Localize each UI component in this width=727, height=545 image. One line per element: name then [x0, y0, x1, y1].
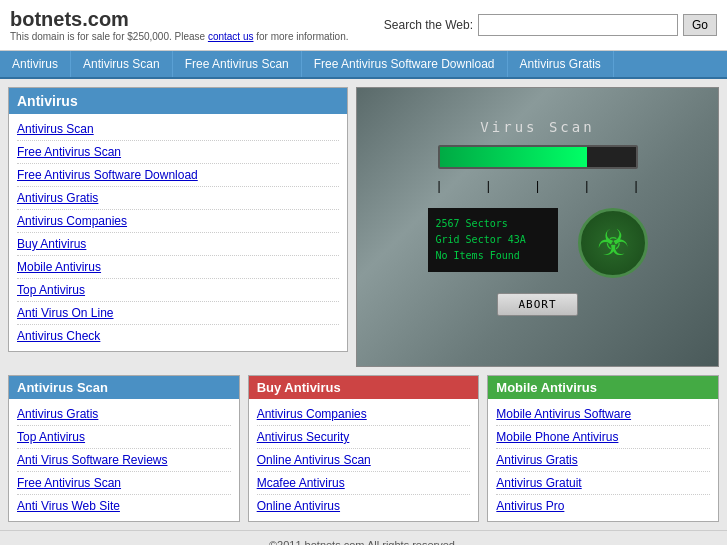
nav-item-antivirus[interactable]: Antivirus [0, 51, 71, 77]
antivirus-link-anti-virus-on-line[interactable]: Anti Virus On Line [17, 302, 339, 325]
antivirus-box-header: Antivirus [9, 88, 347, 114]
antivirus-link-antivirus-check[interactable]: Antivirus Check [17, 325, 339, 347]
bottom-link-mcafee-antivirus[interactable]: Mcafee Antivirus [257, 472, 471, 495]
footer-text: ©2011 botnets.com All rights reserved. [269, 539, 458, 545]
abort-button: ABORT [497, 293, 577, 316]
bottom-link-mobile-antivirus-software[interactable]: Mobile Antivirus Software [496, 403, 710, 426]
antivirus-link-antivirus-scan[interactable]: Antivirus Scan [17, 118, 339, 141]
search-go-button[interactable]: Go [683, 14, 717, 36]
bottom-box-links: Mobile Antivirus SoftwareMobile Phone An… [488, 399, 718, 521]
antivirus-box-title: Antivirus [17, 93, 78, 109]
bottom-link-antivirus-gratis[interactable]: Antivirus Gratis [17, 403, 231, 426]
sale-text: This domain is for sale for $250,000. Pl… [10, 31, 205, 42]
antivirus-link-top-antivirus[interactable]: Top Antivirus [17, 279, 339, 302]
bottom-link-online-antivirus-scan[interactable]: Online Antivirus Scan [257, 449, 471, 472]
search-area: Search the Web: Go [384, 14, 717, 36]
antivirus-link-antivirus-gratis[interactable]: Antivirus Gratis [17, 187, 339, 210]
bottom-link-anti-virus-software-reviews[interactable]: Anti Virus Software Reviews [17, 449, 231, 472]
bottom-link-anti-virus-web-site[interactable]: Anti Virus Web Site [17, 495, 231, 517]
scan-screen: 2567 SectorsGrid Sector 43ANo Items Foun… [428, 208, 558, 272]
scan-bar-fill [440, 147, 587, 167]
site-title: botnets.com [10, 8, 349, 31]
biohazard-icon: ☣ [578, 208, 648, 278]
antivirus-link-mobile-antivirus[interactable]: Mobile Antivirus [17, 256, 339, 279]
antivirus-link-free-antivirus-scan[interactable]: Free Antivirus Scan [17, 141, 339, 164]
bottom-link-antivirus-security[interactable]: Antivirus Security [257, 426, 471, 449]
bottom-panels: Antivirus ScanAntivirus GratisTop Antivi… [0, 375, 727, 530]
bottom-link-antivirus-pro[interactable]: Antivirus Pro [496, 495, 710, 517]
left-panel: Antivirus Antivirus ScanFree Antivirus S… [8, 87, 348, 367]
bottom-box-header: Antivirus Scan [9, 376, 239, 399]
scan-bottom: 2567 SectorsGrid Sector 43ANo Items Foun… [428, 208, 648, 278]
contact-link[interactable]: contact us [208, 31, 254, 42]
nav-item-antivirus-scan[interactable]: Antivirus Scan [71, 51, 173, 77]
bottom-box-buy-antivirus: Buy AntivirusAntivirus CompaniesAntiviru… [248, 375, 480, 522]
bottom-box-links: Antivirus GratisTop AntivirusAnti Virus … [9, 399, 239, 521]
bottom-link-antivirus-companies[interactable]: Antivirus Companies [257, 403, 471, 426]
bottom-link-mobile-phone-antivirus[interactable]: Mobile Phone Antivirus [496, 426, 710, 449]
bottom-link-antivirus-gratuit[interactable]: Antivirus Gratuit [496, 472, 710, 495]
scan-title: Virus Scan [480, 119, 594, 135]
nav-item-free-antivirus-scan[interactable]: Free Antivirus Scan [173, 51, 302, 77]
bottom-box-mobile-antivirus: Mobile AntivirusMobile Antivirus Softwar… [487, 375, 719, 522]
nav-item-free-antivirus-software-download[interactable]: Free Antivirus Software Download [302, 51, 508, 77]
antivirus-box: Antivirus Antivirus ScanFree Antivirus S… [8, 87, 348, 352]
bottom-box-antivirus-scan: Antivirus ScanAntivirus GratisTop Antivi… [8, 375, 240, 522]
bottom-box-header: Buy Antivirus [249, 376, 479, 399]
bottom-link-online-antivirus[interactable]: Online Antivirus [257, 495, 471, 517]
right-panel: Virus Scan | | | | | 2567 SectorsGrid Se… [356, 87, 719, 367]
header-left: botnets.com This domain is for sale for … [10, 8, 349, 42]
antivirus-link-free-antivirus-software-download[interactable]: Free Antivirus Software Download [17, 164, 339, 187]
navbar: AntivirusAntivirus ScanFree Antivirus Sc… [0, 51, 727, 79]
sale-notice: This domain is for sale for $250,000. Pl… [10, 31, 349, 42]
bottom-link-antivirus-gratis[interactable]: Antivirus Gratis [496, 449, 710, 472]
search-input[interactable] [478, 14, 678, 36]
bottom-box-links: Antivirus CompaniesAntivirus SecurityOnl… [249, 399, 479, 521]
antivirus-box-links: Antivirus ScanFree Antivirus ScanFree An… [9, 114, 347, 351]
main-content: Antivirus Antivirus ScanFree Antivirus S… [0, 79, 727, 375]
scan-graphic: Virus Scan | | | | | 2567 SectorsGrid Se… [357, 88, 718, 366]
bottom-link-top-antivirus[interactable]: Top Antivirus [17, 426, 231, 449]
scan-ticks: | | | | | [438, 179, 638, 193]
scan-progress-bar [438, 145, 638, 169]
footer: ©2011 botnets.com All rights reserved. [0, 530, 727, 545]
header: botnets.com This domain is for sale for … [0, 0, 727, 51]
search-label: Search the Web: [384, 18, 473, 32]
antivirus-link-buy-antivirus[interactable]: Buy Antivirus [17, 233, 339, 256]
bottom-link-free-antivirus-scan[interactable]: Free Antivirus Scan [17, 472, 231, 495]
nav-item-antivirus-gratis[interactable]: Antivirus Gratis [508, 51, 614, 77]
sale-text2: for more information. [256, 31, 348, 42]
bottom-box-header: Mobile Antivirus [488, 376, 718, 399]
virus-scan-image: Virus Scan | | | | | 2567 SectorsGrid Se… [356, 87, 719, 367]
antivirus-link-antivirus-companies[interactable]: Antivirus Companies [17, 210, 339, 233]
